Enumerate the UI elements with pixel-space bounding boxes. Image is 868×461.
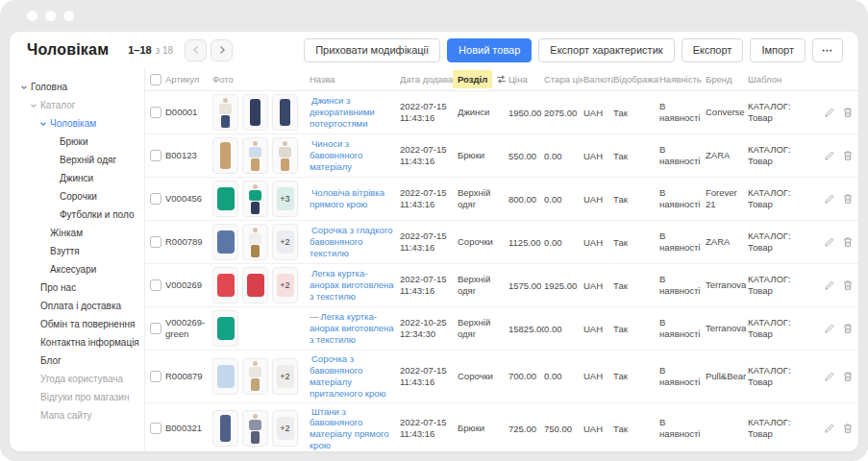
product-link[interactable]: Легка куртка-анорак виготовлена з тексти… xyxy=(310,268,394,302)
sidebar-item[interactable]: Обмін та повернення xyxy=(10,315,144,333)
column-header-currency[interactable]: Валюта xyxy=(583,74,613,85)
product-link[interactable]: Чиноси з бавовняного матеріалу xyxy=(310,138,362,172)
section-cell: Сорочки xyxy=(458,236,508,248)
product-thumbnail[interactable] xyxy=(242,224,268,260)
more-photos-badge[interactable]: +3 xyxy=(272,181,298,217)
row-checkbox[interactable] xyxy=(150,323,161,334)
edit-pencil-icon[interactable] xyxy=(824,107,835,118)
sidebar-item[interactable]: Каталог xyxy=(10,96,144,114)
date-cell: 2022-07-15 11:43:16 xyxy=(400,144,458,167)
product-thumbnail[interactable] xyxy=(212,137,238,174)
sort-icon[interactable] xyxy=(496,75,507,84)
edit-pencil-icon[interactable] xyxy=(824,150,835,161)
trash-icon[interactable] xyxy=(842,107,854,118)
product-thumbnail[interactable] xyxy=(242,181,268,217)
column-header-old-price[interactable]: Стара ціна xyxy=(544,74,583,85)
sidebar-item[interactable]: Блог xyxy=(10,352,144,370)
sidebar-item[interactable]: Відгуки про магазин xyxy=(10,388,144,406)
trash-icon[interactable] xyxy=(842,193,854,205)
row-checkbox[interactable] xyxy=(150,371,161,382)
product-link[interactable]: Джинси з декоративними потертостями xyxy=(310,95,375,129)
column-header-name[interactable]: Назва xyxy=(310,74,400,85)
sidebar-item[interactable]: Головна xyxy=(10,78,144,96)
product-thumbnail[interactable] xyxy=(212,410,238,447)
more-photos-count: +2 xyxy=(273,411,297,446)
column-header-template[interactable]: Шаблон xyxy=(748,74,818,85)
edit-pencil-icon[interactable] xyxy=(824,236,835,248)
product-thumbnail[interactable] xyxy=(272,137,298,174)
sidebar-item[interactable]: Чоловікам xyxy=(10,114,144,133)
hide-modifications-button[interactable]: Приховати модифікації xyxy=(304,38,440,62)
row-checkbox[interactable] xyxy=(150,236,161,248)
brand-cell: Converse xyxy=(706,107,748,118)
edit-pencil-icon[interactable] xyxy=(824,423,835,434)
product-thumbnail[interactable] xyxy=(242,137,268,174)
sidebar-item[interactable]: Аксесуари xyxy=(10,260,144,279)
product-thumbnail[interactable] xyxy=(212,94,238,131)
product-link[interactable]: Легка куртка-анорак виготовлена з тексти… xyxy=(310,311,394,345)
product-thumbnail[interactable] xyxy=(242,358,268,395)
product-thumbnail[interactable] xyxy=(212,181,238,217)
trash-icon[interactable] xyxy=(842,423,854,434)
pagination-next-button[interactable] xyxy=(211,39,233,61)
sidebar-item[interactable]: Контактна інформація xyxy=(10,333,144,352)
product-thumbnail[interactable] xyxy=(212,267,238,303)
more-photos-badge[interactable]: +2 xyxy=(272,358,298,395)
sidebar-item[interactable]: Мапа сайту xyxy=(10,406,144,425)
sidebar-item[interactable]: Джинси xyxy=(10,169,144,187)
product-thumbnail[interactable] xyxy=(272,94,298,131)
new-product-button[interactable]: Новий товар xyxy=(447,38,532,62)
sidebar-item[interactable]: Сорочки xyxy=(10,187,144,206)
sidebar-item[interactable]: Верхній одяг xyxy=(10,151,144,169)
trash-icon[interactable] xyxy=(842,323,854,334)
column-header-date[interactable]: Дата додавання xyxy=(400,74,458,85)
select-all-checkbox[interactable] xyxy=(150,74,161,85)
export-button[interactable]: Експорт xyxy=(682,38,744,62)
import-button[interactable]: Імпорт xyxy=(750,38,806,62)
trash-icon[interactable] xyxy=(842,236,854,248)
column-header-section[interactable]: Розділ xyxy=(458,70,508,88)
more-actions-button[interactable]: ⋯ xyxy=(812,38,843,62)
sidebar-item[interactable]: Жінкам xyxy=(10,224,144,242)
more-photos-badge[interactable]: +2 xyxy=(272,267,298,303)
product-thumbnail[interactable] xyxy=(242,267,268,303)
product-thumbnail[interactable] xyxy=(242,94,268,131)
row-checkbox[interactable] xyxy=(150,150,161,161)
row-checkbox[interactable] xyxy=(150,423,161,434)
product-link[interactable]: Чоловіча вітрівка прямого крою xyxy=(310,187,384,209)
trash-icon[interactable] xyxy=(842,371,854,382)
product-thumbnail[interactable] xyxy=(212,310,238,347)
trash-icon[interactable] xyxy=(842,279,854,291)
product-link[interactable]: Сорочка з гладкого бавовняного текстилю xyxy=(310,225,392,258)
edit-pencil-icon[interactable] xyxy=(824,193,835,205)
product-link[interactable]: Штани з бавовняного матеріалу прямого кр… xyxy=(310,406,389,451)
product-thumbnail[interactable] xyxy=(212,358,238,395)
sidebar-item[interactable]: Про нас xyxy=(10,279,144,297)
edit-pencil-icon[interactable] xyxy=(824,371,835,382)
column-header-brand[interactable]: Бренд xyxy=(706,74,748,85)
column-header-photo[interactable]: Фото xyxy=(212,74,310,85)
column-header-display[interactable]: Відображати xyxy=(613,74,659,85)
sidebar-item[interactable]: Брюки xyxy=(10,133,144,151)
sidebar-item[interactable]: Оплата і доставка xyxy=(10,297,144,315)
pagination-prev-button[interactable] xyxy=(185,39,207,61)
sidebar-item[interactable]: Взуття xyxy=(10,242,144,260)
product-thumbnail[interactable] xyxy=(242,410,268,447)
export-characteristics-button[interactable]: Експорт характеристик xyxy=(538,38,674,62)
more-photos-badge[interactable]: +2 xyxy=(272,224,298,260)
column-header-price[interactable]: Ціна xyxy=(508,74,544,85)
product-thumbnail[interactable] xyxy=(212,224,238,260)
row-checkbox[interactable] xyxy=(150,107,161,118)
column-header-availability[interactable]: Наявність xyxy=(659,74,706,85)
row-checkbox[interactable] xyxy=(150,279,161,291)
row-checkbox[interactable] xyxy=(150,193,161,205)
section-cell: Сорочки xyxy=(458,371,508,382)
trash-icon[interactable] xyxy=(842,150,854,161)
more-photos-badge[interactable]: +2 xyxy=(272,410,298,447)
column-header-sku[interactable]: Артикул xyxy=(165,74,212,85)
edit-pencil-icon[interactable] xyxy=(824,323,835,334)
edit-pencil-icon[interactable] xyxy=(824,279,835,291)
sidebar-item[interactable]: Угода користувача xyxy=(10,370,144,388)
sidebar-item[interactable]: Футболки и поло xyxy=(10,206,144,224)
product-link[interactable]: Сорочка з бавовняного матеріалу притален… xyxy=(310,353,386,399)
